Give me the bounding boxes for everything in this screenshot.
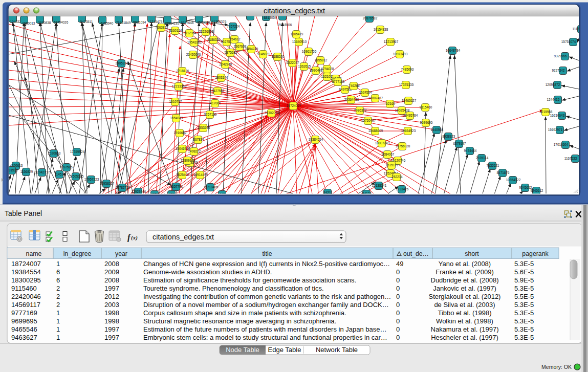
svg-text:78161849: 78161849 (116, 21, 131, 25)
svg-text:Network Table: Network Table (316, 346, 358, 354)
svg-text:9115460: 9115460 (420, 105, 432, 109)
svg-text:0: 0 (396, 268, 400, 276)
svg-text:15692971: 15692971 (548, 128, 563, 132)
svg-text:12213369: 12213369 (172, 84, 187, 88)
svg-text:Estimation of significance thr: Estimation of significance thresholds fo… (143, 276, 356, 284)
svg-text:746266: 746266 (349, 84, 360, 87)
svg-text:16648784: 16648784 (446, 49, 461, 52)
svg-text:16961755: 16961755 (302, 50, 317, 53)
svg-text:out_de…: out_de… (403, 250, 429, 257)
svg-text:16958117: 16958117 (100, 182, 114, 185)
svg-text:3267130: 3267130 (204, 113, 217, 116)
svg-text:7857224: 7857224 (227, 25, 240, 28)
svg-text:0: 0 (396, 285, 400, 292)
svg-text:16782759: 16782759 (116, 186, 130, 189)
svg-text:2367608: 2367608 (234, 45, 247, 48)
svg-text:2003: 2003 (104, 301, 119, 309)
svg-text:12213967: 12213967 (384, 40, 399, 43)
svg-text:15138141: 15138141 (372, 184, 387, 187)
svg-text:Embryonic stem cells: a model: Embryonic stem cells: a model to study s… (143, 334, 387, 341)
svg-text:1: 1 (56, 325, 60, 333)
svg-text:1610757: 1610757 (169, 100, 182, 103)
svg-text:63794026: 63794026 (54, 20, 69, 24)
svg-text:16914479: 16914479 (193, 173, 208, 177)
svg-text:14569117: 14569117 (11, 301, 40, 309)
svg-text:1167533: 1167533 (564, 157, 577, 160)
svg-text:Franke et al. (2009): Franke et al. (2009) (435, 268, 493, 276)
svg-text:5.3E-5: 5.3E-5 (514, 309, 534, 317)
svg-text:6794028: 6794028 (321, 67, 334, 71)
svg-text:15720407: 15720407 (361, 119, 376, 122)
svg-text:1: 1 (56, 260, 60, 268)
svg-text:Table Panel: Table Panel (5, 209, 42, 217)
svg-text:10854122: 10854122 (506, 178, 521, 182)
svg-text:9427552: 9427552 (212, 89, 225, 93)
svg-text:2803144: 2803144 (215, 76, 228, 79)
svg-text:2905334: 2905334 (116, 61, 128, 65)
svg-text:Stergiakouli et al. (2012): Stergiakouli et al. (2012) (429, 293, 501, 300)
svg-text:Investigating the contribution: Investigating the contribution of common… (143, 293, 391, 300)
svg-text:citations_edges.txt: citations_edges.txt (153, 233, 214, 241)
svg-text:8471676: 8471676 (497, 171, 510, 174)
svg-text:Jankovic et al. (1997): Jankovic et al. (1997) (433, 285, 496, 292)
svg-text:in_degree: in_degree (63, 250, 92, 257)
svg-text:5.5E-5: 5.5E-5 (514, 293, 534, 300)
svg-text:Tibbo et al. (1998): Tibbo et al. (1998) (438, 309, 491, 317)
svg-text:1156829: 1156829 (20, 170, 33, 173)
svg-text:1305419: 1305419 (291, 32, 303, 36)
svg-text:252214: 252214 (391, 175, 403, 179)
svg-text:9146821: 9146821 (257, 52, 270, 56)
svg-text:23495784: 23495784 (403, 114, 418, 117)
svg-text:18807249: 18807249 (375, 141, 390, 145)
svg-text:pagerank: pagerank (522, 250, 549, 257)
svg-text:Wolkin et al. (1998): Wolkin et al. (1998) (436, 317, 493, 325)
svg-text:13640910: 13640910 (292, 40, 307, 43)
svg-text:0: 0 (396, 325, 400, 333)
svg-text:12923446: 12923446 (132, 190, 146, 193)
svg-text:8813054: 8813054 (264, 16, 277, 19)
svg-text:9699695: 9699695 (420, 121, 433, 124)
svg-text:6: 6 (56, 268, 60, 276)
svg-text:Nakamura et al. (1997): Nakamura et al. (1997) (431, 325, 499, 333)
svg-text:2: 2 (56, 285, 60, 292)
svg-text:0: 0 (396, 276, 400, 284)
svg-text:20364436: 20364436 (344, 98, 359, 101)
svg-text:2: 2 (56, 293, 60, 300)
svg-text:title: title (262, 250, 272, 257)
svg-text:5.6E-5: 5.6E-5 (514, 268, 534, 276)
svg-text:3912954: 3912954 (184, 31, 197, 35)
svg-text:9115460: 9115460 (11, 285, 37, 292)
svg-text:19384554: 19384554 (11, 268, 41, 276)
svg-text:citations_edges.txt: citations_edges.txt (264, 7, 325, 15)
svg-text:12505185: 12505185 (69, 174, 84, 178)
svg-text:10756928: 10756928 (396, 144, 410, 148)
svg-text:Genome-wide association studie: Genome-wide association studies in ADHD. (143, 268, 272, 276)
svg-text:19384554: 19384554 (309, 138, 323, 141)
svg-text:0: 0 (396, 334, 400, 341)
svg-text:12093872: 12093872 (546, 83, 560, 86)
svg-text:15751074: 15751074 (561, 40, 576, 43)
svg-text:17359924: 17359924 (70, 150, 85, 154)
svg-text:9777169: 9777169 (11, 309, 37, 317)
svg-text:7625402: 7625402 (177, 173, 189, 177)
svg-text:10973493: 10973493 (393, 52, 408, 56)
svg-text:1362615: 1362615 (298, 64, 311, 68)
svg-text:20975857: 20975857 (60, 165, 75, 169)
svg-text:18724007: 18724007 (11, 260, 41, 268)
svg-text:5.3E-5: 5.3E-5 (514, 260, 534, 268)
svg-text:7485093: 7485093 (401, 68, 414, 71)
svg-text:15809349: 15809349 (181, 159, 195, 162)
svg-text:49: 49 (396, 260, 403, 268)
svg-text:5.3E-5: 5.3E-5 (514, 325, 534, 333)
svg-text:20876582: 20876582 (363, 16, 378, 20)
svg-text:16210643: 16210643 (550, 114, 565, 117)
svg-text:(x): (x) (131, 234, 138, 241)
svg-text:9474444: 9474444 (464, 149, 477, 152)
svg-text:2008: 2008 (104, 276, 119, 284)
svg-text:0: 0 (396, 309, 400, 317)
svg-text:9699695: 9699695 (11, 317, 37, 325)
svg-text:Edge Table: Edge Table (268, 346, 301, 354)
svg-text:9465546: 9465546 (11, 325, 37, 333)
svg-text:9657791: 9657791 (170, 185, 183, 188)
svg-text:Estimation of the future numbe: Estimation of the future numbers of pati… (143, 325, 386, 333)
